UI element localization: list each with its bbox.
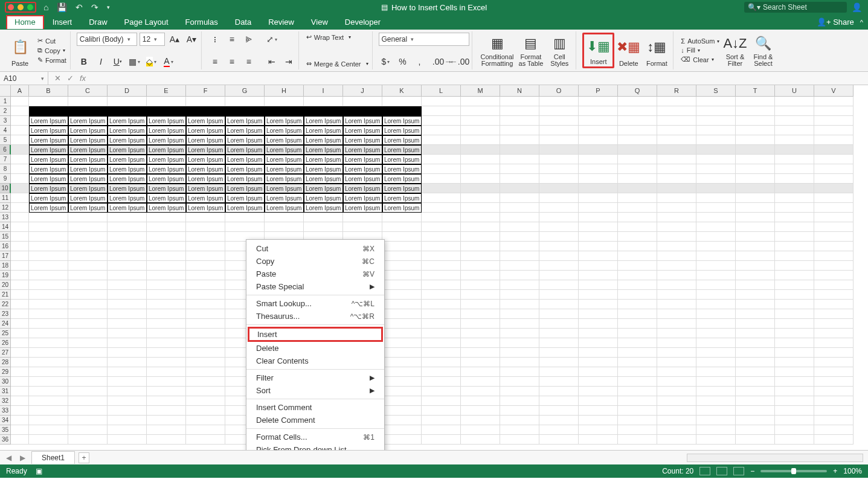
cell-T7[interactable] [736, 155, 775, 164]
cell-U10[interactable] [775, 184, 814, 193]
cell-B2[interactable] [29, 106, 68, 116]
cell-Q11[interactable] [618, 193, 657, 203]
cell-S33[interactable] [696, 406, 736, 416]
cell-C5[interactable]: Lorem Ipsum [68, 135, 108, 145]
cell-L12[interactable] [422, 203, 461, 213]
align-center-icon[interactable]: ≡ [225, 55, 239, 68]
cell-A6[interactable] [11, 145, 29, 155]
cell-L34[interactable] [422, 416, 461, 425]
cell-N8[interactable] [500, 164, 539, 174]
cell-C13[interactable] [68, 213, 108, 222]
cell-N17[interactable] [500, 251, 539, 261]
cell-D5[interactable]: Lorem Ipsum [108, 135, 147, 145]
cell-C20[interactable] [68, 280, 108, 290]
cell-G8[interactable]: Lorem Ipsum [225, 164, 265, 174]
cell-D8[interactable]: Lorem Ipsum [108, 164, 147, 174]
ctx-sort[interactable]: Sort▶ [246, 384, 384, 397]
find-select-button[interactable]: 🔍Find & Select [750, 33, 777, 68]
sheet-tab[interactable]: Sheet1 [31, 451, 75, 464]
format-cells-button[interactable]: ↕▦Format [643, 33, 670, 68]
cell-N16[interactable] [500, 242, 539, 251]
cell-E35[interactable] [147, 425, 186, 435]
cell-T23[interactable] [736, 309, 775, 319]
cell-D19[interactable] [108, 271, 147, 280]
cell-D9[interactable]: Lorem Ipsum [108, 174, 147, 184]
cell-F6[interactable]: Lorem Ipsum [186, 145, 225, 155]
cell-C24[interactable] [68, 319, 108, 329]
row-head-21[interactable]: 21 [0, 290, 11, 300]
cell-Q10[interactable] [618, 184, 657, 193]
cell-O10[interactable] [539, 184, 579, 193]
cell-B13[interactable] [29, 213, 68, 222]
row-head-28[interactable]: 28 [0, 358, 11, 367]
cell-U26[interactable] [775, 338, 814, 348]
cell-F17[interactable] [186, 251, 225, 261]
cell-M32[interactable] [461, 396, 500, 406]
cell-M27[interactable] [461, 348, 500, 358]
comma-icon[interactable]: , [413, 55, 427, 68]
cell-J4[interactable]: Lorem Ipsum [343, 126, 382, 135]
col-head-M[interactable]: M [461, 85, 500, 97]
ctx-format-cells[interactable]: Format Cells...⌘1 [246, 431, 384, 443]
cell-M13[interactable] [461, 213, 500, 222]
cell-T32[interactable] [736, 396, 775, 406]
cell-P30[interactable] [579, 377, 618, 387]
cell-V14[interactable] [814, 222, 854, 232]
cell-styles-button[interactable]: ▥Cell Styles [545, 33, 573, 68]
row-head-12[interactable]: 12 [0, 203, 11, 213]
cell-S18[interactable] [696, 261, 736, 271]
cell-P32[interactable] [579, 396, 618, 406]
cell-E20[interactable] [147, 280, 186, 290]
cell-B30[interactable] [29, 377, 68, 387]
cell-U1[interactable] [775, 97, 814, 106]
cell-R35[interactable] [657, 425, 696, 435]
cell-F4[interactable]: Lorem Ipsum [186, 126, 225, 135]
decrease-decimal-icon[interactable]: ←.00 [452, 55, 467, 68]
cell-B26[interactable] [29, 338, 68, 348]
cell-V4[interactable] [814, 126, 854, 135]
cell-K12[interactable]: Lorem Ipsum [382, 203, 422, 213]
cell-N33[interactable] [500, 406, 539, 416]
cell-F9[interactable]: Lorem Ipsum [186, 174, 225, 184]
cell-A34[interactable] [11, 416, 29, 425]
cell-B17[interactable] [29, 251, 68, 261]
cell-T11[interactable] [736, 193, 775, 203]
row-head-10[interactable]: 10 [0, 184, 11, 193]
cell-E16[interactable] [147, 242, 186, 251]
cell-O22[interactable] [539, 300, 579, 309]
home-qat-icon[interactable]: ⌂ [43, 2, 48, 12]
cell-T16[interactable] [736, 242, 775, 251]
row-head-5[interactable]: 5 [0, 135, 11, 145]
col-head-E[interactable]: E [147, 85, 186, 97]
cell-S32[interactable] [696, 396, 736, 406]
cell-V20[interactable] [814, 280, 854, 290]
cell-O18[interactable] [539, 261, 579, 271]
cell-E4[interactable]: Lorem Ipsum [147, 126, 186, 135]
cell-G11[interactable]: Lorem Ipsum [225, 193, 265, 203]
cell-O33[interactable] [539, 406, 579, 416]
cell-K19[interactable] [382, 271, 422, 280]
cell-Q35[interactable] [618, 425, 657, 435]
cell-R36[interactable] [657, 435, 696, 445]
cell-H10[interactable]: Lorem Ipsum [265, 184, 304, 193]
align-left-icon[interactable]: ≡ [208, 55, 222, 68]
col-head-P[interactable]: P [579, 85, 618, 97]
col-head-F[interactable]: F [186, 85, 225, 97]
cell-R15[interactable] [657, 232, 696, 242]
cell-L14[interactable] [422, 222, 461, 232]
cell-M31[interactable] [461, 387, 500, 396]
cell-T13[interactable] [736, 213, 775, 222]
cell-F35[interactable] [186, 425, 225, 435]
cell-Q4[interactable] [618, 126, 657, 135]
tab-page-layout[interactable]: Page Layout [116, 15, 177, 29]
bold-icon[interactable]: B [77, 55, 91, 68]
cell-N1[interactable] [500, 97, 539, 106]
cell-K8[interactable]: Lorem Ipsum [382, 164, 422, 174]
row-head-19[interactable]: 19 [0, 271, 11, 280]
cell-S17[interactable] [696, 251, 736, 261]
cell-R28[interactable] [657, 358, 696, 367]
cell-S11[interactable] [696, 193, 736, 203]
cell-F26[interactable] [186, 338, 225, 348]
cell-L28[interactable] [422, 358, 461, 367]
cell-D35[interactable] [108, 425, 147, 435]
